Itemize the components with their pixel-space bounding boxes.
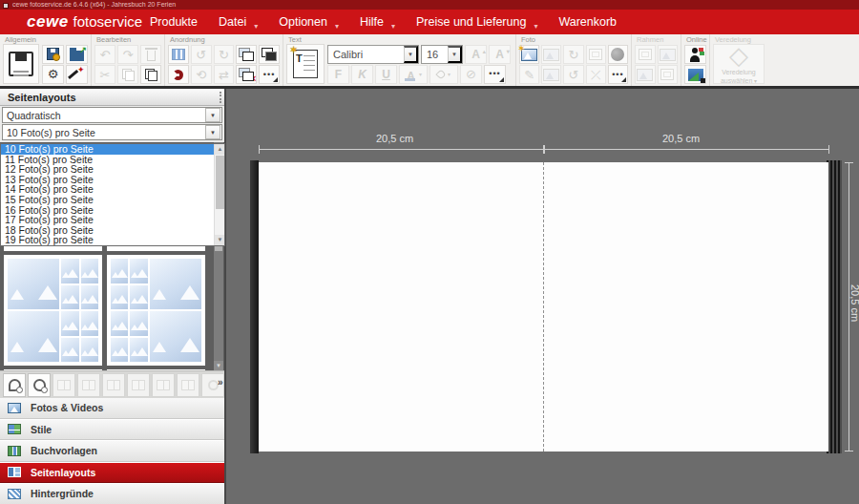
flip-button[interactable]: ⇄ — [214, 65, 235, 84]
scrollbar-thumb[interactable] — [216, 156, 224, 209]
italic-button[interactable]: K — [351, 65, 373, 84]
export-button[interactable] — [66, 45, 88, 64]
snap-button[interactable] — [168, 65, 189, 84]
layout-filter-a-button[interactable] — [3, 373, 26, 397]
format-select-arrow[interactable] — [205, 108, 220, 122]
cut-button[interactable]: ✂ — [94, 65, 115, 84]
font-color-button[interactable]: A▾ — [399, 65, 428, 84]
frame-style-icon — [637, 69, 653, 81]
frame-crop-button[interactable] — [658, 65, 679, 84]
send-backward-icon — [262, 48, 277, 61]
foto-more-button[interactable]: ••• — [608, 65, 628, 84]
scroll-down-icon[interactable]: ▼ — [214, 361, 223, 370]
no-color-button[interactable]: ⊘ — [460, 65, 482, 84]
send-backward-button[interactable] — [259, 45, 280, 64]
layout-filter-b-button[interactable] — [28, 373, 51, 397]
layout-variant-3-button[interactable] — [102, 373, 125, 397]
dropdown-scrollbar[interactable]: ▲ ▼ — [214, 144, 224, 245]
save-button[interactable] — [3, 44, 39, 84]
editor-canvas[interactable]: 20,5 cm 20,5 cm 20,5 cm — [228, 89, 859, 504]
dropdown-option[interactable]: 10 Foto(s) pro Seite — [1, 144, 224, 155]
layout-variant-6-button[interactable] — [177, 373, 199, 397]
bring-forward-button[interactable] — [236, 45, 257, 64]
edit-photo-button[interactable]: ✎ — [519, 65, 539, 84]
section-label-bearbeiten: Bearbeiten — [96, 35, 131, 44]
copy-button[interactable] — [117, 65, 138, 84]
menu-preise-und-lieferung[interactable]: Preise und Lieferung ▾ — [406, 10, 548, 33]
layout-variant-4-button[interactable] — [127, 373, 150, 397]
add-photo-button[interactable]: ✶ — [519, 45, 539, 64]
sidebar-item-hintergruende[interactable]: Hintergründe — [0, 484, 224, 504]
settings-button[interactable]: ⚙ — [42, 65, 64, 84]
font-color-icon: A — [405, 68, 417, 81]
anordnung-more-button[interactable]: ••• — [259, 65, 280, 84]
menu-warenkorb[interactable]: Warenkorb — [548, 10, 627, 33]
mini-circle-icon — [208, 380, 219, 390]
add-text-button[interactable]: ✶ — [286, 44, 325, 84]
menu-optionen[interactable]: Optionen ▾ — [268, 10, 349, 33]
sidebar-item-fotos-videos[interactable]: Fotos & Videos — [0, 398, 224, 419]
layout-thumbnail[interactable] — [107, 255, 205, 366]
increase-font-button[interactable]: A▴ — [465, 45, 487, 64]
photo-count-select-arrow[interactable] — [205, 125, 220, 139]
share-button[interactable] — [684, 45, 706, 64]
swap-photo-icon — [589, 49, 602, 60]
remove-element-button[interactable]: × — [236, 65, 257, 84]
layout-variant-1-button[interactable] — [52, 373, 75, 397]
frame-button[interactable] — [635, 45, 656, 64]
text-more-button[interactable]: ••• — [484, 65, 506, 84]
rotate-right-button[interactable]: ↻ — [214, 45, 235, 64]
sidebar-item-seitenlayouts[interactable]: Seitenlayouts — [0, 463, 224, 484]
bold-button[interactable]: F — [327, 65, 349, 84]
sidebar-item-buchvorlagen[interactable]: Buchvorlagen — [0, 441, 224, 462]
app-icon — [3, 3, 9, 9]
menu-datei[interactable]: Datei ▾ — [208, 10, 268, 33]
layout-variant-2-button[interactable] — [77, 373, 100, 397]
save-as-button[interactable] — [42, 45, 64, 64]
layout-variant-5-button[interactable] — [152, 373, 175, 397]
no-color-icon: ⊘ — [466, 68, 476, 80]
font-increase-icon: A▴ — [471, 48, 480, 61]
photo-swap-button[interactable] — [586, 45, 606, 64]
tools-expand-chevron[interactable]: » — [218, 377, 223, 388]
online-album-button[interactable] — [684, 65, 706, 84]
font-family-select[interactable]: Calibri — [327, 45, 419, 64]
font-size-select[interactable]: 16 — [421, 45, 463, 64]
photo-rotate-button[interactable]: ↻ — [563, 45, 583, 64]
undo-button[interactable]: ↶ — [94, 45, 115, 64]
frame-photo-button[interactable] — [658, 45, 679, 64]
assistant-button[interactable] — [66, 65, 88, 84]
dropdown-option[interactable]: 15 Foto(s) pro Seite — [1, 195, 224, 205]
menu-hilfe[interactable]: Hilfe ▾ — [349, 10, 406, 33]
fill-color-button[interactable]: ▾ — [430, 65, 458, 84]
grayscale-button[interactable] — [608, 45, 628, 64]
format-select[interactable]: Quadratisch — [2, 107, 222, 123]
sidebar-item-stile[interactable]: Stile — [0, 420, 224, 441]
scroll-up-icon[interactable]: ▲ — [215, 144, 225, 155]
font-family-arrow[interactable] — [404, 46, 418, 63]
rotate-left-button[interactable]: ↺ — [191, 45, 212, 64]
right-page[interactable] — [544, 162, 829, 452]
paste-button[interactable] — [140, 65, 161, 84]
redo-button[interactable]: ↷ — [117, 45, 138, 64]
frame-style-button[interactable] — [635, 65, 656, 84]
copy-icon — [122, 69, 135, 81]
menu-produkte[interactable]: Produkte — [139, 10, 208, 33]
layout-thumbnail[interactable] — [4, 255, 102, 366]
font-size-arrow[interactable] — [448, 46, 462, 63]
photo-count-select[interactable]: 10 Foto(s) pro Seite — [2, 124, 222, 140]
decrease-font-button[interactable]: A▾ — [489, 45, 511, 64]
underline-button[interactable]: U — [375, 65, 397, 84]
scroll-down-icon[interactable]: ▼ — [215, 235, 225, 245]
panel-drag-handle[interactable] — [220, 92, 221, 103]
delete-button[interactable] — [140, 45, 161, 64]
photo-lock-button[interactable] — [541, 45, 561, 64]
flip-rotate-button[interactable]: ⟲ — [191, 65, 212, 84]
photo-rotate2-button[interactable]: ↺ — [563, 65, 583, 84]
photo-flip-button[interactable]: ⤫ — [586, 65, 606, 84]
align-button[interactable] — [168, 45, 189, 64]
left-page[interactable] — [259, 162, 544, 452]
dropdown-option[interactable]: 19 Foto(s) pro Seite — [1, 235, 224, 245]
veredelung-select-button[interactable]: ◇ Veredelung auswählen — [713, 44, 765, 84]
photo-lock2-button[interactable] — [541, 65, 561, 84]
